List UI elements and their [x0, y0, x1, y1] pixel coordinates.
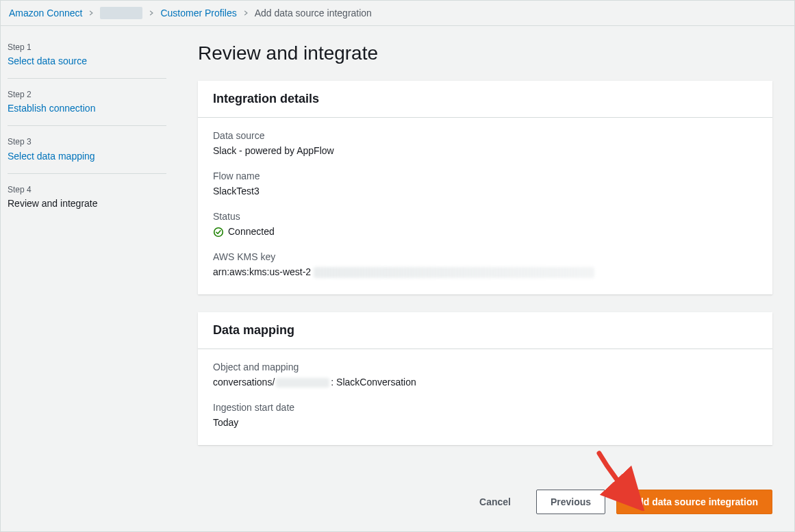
- field-data-source: Data source Slack - powered by AppFlow: [213, 130, 757, 158]
- kms-redacted: [314, 267, 594, 278]
- breadcrumb-instance-redacted[interactable]: [100, 7, 142, 19]
- step-title[interactable]: Select data source: [8, 54, 166, 68]
- status-text: Connected: [228, 225, 275, 239]
- mapping-suffix: : SlackConversation: [331, 375, 416, 390]
- field-value: Today: [213, 416, 757, 430]
- wizard-step-2[interactable]: Step 2 Establish connection: [8, 83, 166, 126]
- chevron-right-icon: [88, 10, 94, 16]
- field-object-mapping: Object and mapping conversations/ : Slac…: [213, 362, 757, 390]
- field-label: Ingestion start date: [213, 402, 757, 413]
- field-ingestion-date: Ingestion start date Today: [213, 402, 757, 430]
- check-circle-icon: [213, 227, 224, 238]
- step-title[interactable]: Select data mapping: [8, 149, 166, 164]
- page-title: Review and integrate: [198, 42, 772, 64]
- kms-prefix: arn:aws:kms:us-west-2: [213, 265, 311, 279]
- card-header: Integration details: [198, 81, 772, 118]
- step-number-label: Step 4: [8, 183, 166, 197]
- step-title-current: Review and integrate: [8, 197, 166, 211]
- step-number-label: Step 3: [8, 136, 166, 149]
- field-value: SlackTest3: [213, 184, 757, 199]
- integration-details-card: Integration details Data source Slack - …: [198, 81, 772, 294]
- field-label: Flow name: [213, 170, 757, 181]
- field-kms-key: AWS KMS key arn:aws:kms:us-west-2: [213, 251, 757, 279]
- breadcrumb: Amazon Connect Customer Profiles Add dat…: [1, 1, 794, 26]
- breadcrumb-customer-profiles[interactable]: Customer Profiles: [160, 8, 236, 18]
- cancel-button[interactable]: Cancel: [465, 490, 525, 514]
- breadcrumb-root[interactable]: Amazon Connect: [9, 8, 82, 18]
- data-mapping-card: Data mapping Object and mapping conversa…: [198, 312, 772, 445]
- main-content: Review and integrate Integration details…: [179, 26, 794, 531]
- chevron-right-icon: [242, 10, 249, 16]
- field-value: arn:aws:kms:us-west-2: [213, 265, 757, 279]
- wizard-step-4: Step 4 Review and integrate: [8, 178, 166, 220]
- wizard-actions: Cancel Previous Add data source integrat…: [198, 476, 772, 514]
- step-number-label: Step 2: [8, 88, 166, 101]
- mapping-redacted: [276, 378, 329, 388]
- field-value: Slack - powered by AppFlow: [213, 144, 757, 158]
- field-label: Data source: [213, 130, 757, 141]
- mapping-prefix: conversations/: [213, 375, 275, 390]
- field-value: conversations/ : SlackConversation: [213, 375, 757, 390]
- field-status: Status Connected: [213, 211, 757, 239]
- field-label: Status: [213, 211, 757, 222]
- field-label: AWS KMS key: [213, 251, 757, 262]
- breadcrumb-current: Add data source integration: [255, 8, 372, 18]
- wizard-steps: Step 1 Select data source Step 2 Establi…: [1, 26, 179, 531]
- field-label: Object and mapping: [213, 362, 757, 372]
- card-title: Data mapping: [213, 323, 757, 338]
- step-title[interactable]: Establish connection: [8, 101, 166, 116]
- card-header: Data mapping: [198, 312, 772, 349]
- add-data-source-integration-button[interactable]: Add data source integration: [616, 490, 772, 514]
- status-value-connected: Connected: [213, 225, 757, 239]
- chevron-right-icon: [148, 10, 155, 16]
- wizard-step-3[interactable]: Step 3 Select data mapping: [8, 130, 166, 173]
- card-title: Integration details: [213, 92, 757, 106]
- previous-button[interactable]: Previous: [536, 490, 605, 514]
- wizard-step-1[interactable]: Step 1 Select data source: [8, 36, 166, 79]
- field-flow-name: Flow name SlackTest3: [213, 170, 757, 199]
- step-number-label: Step 1: [8, 41, 166, 54]
